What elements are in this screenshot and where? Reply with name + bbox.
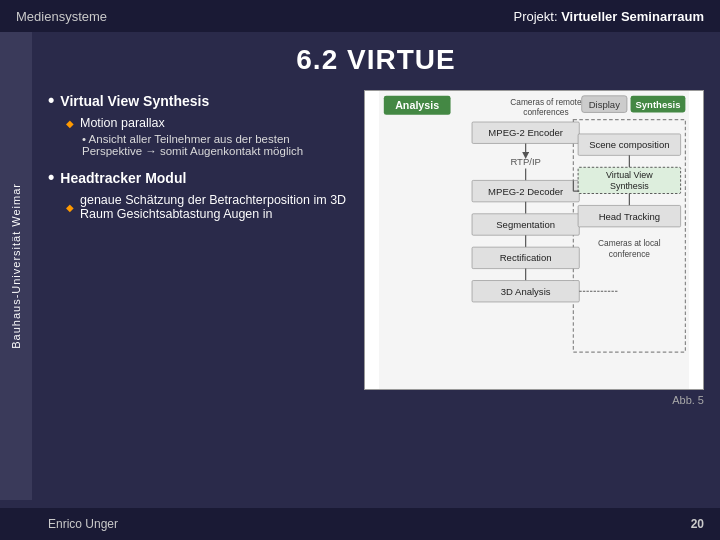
footer: Enrico Unger 20: [0, 508, 720, 540]
header-left: Mediensysteme: [16, 9, 107, 24]
svg-text:MPEG-2 Encoder: MPEG-2 Encoder: [488, 127, 563, 138]
sub-bullet-2-1: genaue Schätzung der Betrachterposition …: [66, 193, 348, 221]
footer-page: 20: [691, 517, 704, 531]
sub-title-1-1: Motion parallax: [66, 116, 348, 130]
svg-text:MPEG-2 Decoder: MPEG-2 Decoder: [488, 186, 564, 197]
slide: Mediensysteme Projekt: Virtueller Semina…: [0, 0, 720, 540]
svg-text:conference: conference: [609, 249, 651, 259]
svg-text:Synthesis: Synthesis: [610, 181, 649, 191]
svg-text:3D Analysis: 3D Analysis: [501, 286, 551, 297]
header: Mediensysteme Projekt: Virtueller Semina…: [0, 0, 720, 32]
svg-text:Analysis: Analysis: [395, 99, 439, 111]
svg-text:Cameras at local: Cameras at local: [598, 238, 661, 248]
svg-text:Synthesis: Synthesis: [635, 99, 680, 110]
bullet-1: Virtual View Synthesis Motion parallax A…: [48, 90, 348, 157]
header-right-bold: Virtueller Seminarraum: [561, 9, 704, 24]
svg-text:Virtual View: Virtual View: [606, 170, 653, 180]
slide-title: 6.2 VIRTUE: [48, 32, 704, 90]
main-content: 6.2 VIRTUE Virtual View Synthesis Motion…: [32, 32, 720, 508]
diagram-column: Analysis Cameras of remote conferences D…: [364, 90, 704, 508]
diagram-svg: Analysis Cameras of remote conferences D…: [365, 91, 703, 389]
sub-bullet-1-1: Motion parallax Ansicht aller Teilnehmer…: [66, 116, 348, 157]
side-label-text: Bauhaus-Universität Weimar: [10, 183, 22, 349]
svg-text:Segmentation: Segmentation: [496, 219, 555, 230]
header-right-prefix: Projekt:: [513, 9, 561, 24]
svg-text:conferences: conferences: [523, 107, 568, 117]
abb-label: Abb. 5: [364, 394, 704, 406]
footer-name: Enrico Unger: [48, 517, 118, 531]
sub-sub-1-1-1: Ansicht aller Teilnehmer aus der besten …: [82, 133, 348, 157]
bullet-2-title: Headtracker Modul: [48, 167, 348, 188]
body-area: Virtual View Synthesis Motion parallax A…: [48, 90, 704, 508]
diagram-box: Analysis Cameras of remote conferences D…: [364, 90, 704, 390]
sub-title-2-1: genaue Schätzung der Betrachterposition …: [66, 193, 348, 221]
svg-text:Display: Display: [589, 99, 620, 110]
svg-text:Cameras of remote: Cameras of remote: [510, 97, 582, 107]
bullet-2: Headtracker Modul genaue Schätzung der B…: [48, 167, 348, 221]
bullet-1-title: Virtual View Synthesis: [48, 90, 348, 111]
side-label: Bauhaus-Universität Weimar: [0, 32, 32, 500]
svg-text:RTP/IP: RTP/IP: [510, 156, 541, 167]
svg-text:Scene composition: Scene composition: [589, 139, 669, 150]
svg-text:Head Tracking: Head Tracking: [599, 211, 660, 222]
header-right: Projekt: Virtueller Seminarraum: [513, 9, 704, 24]
text-column: Virtual View Synthesis Motion parallax A…: [48, 90, 348, 508]
svg-text:Rectification: Rectification: [500, 252, 552, 263]
